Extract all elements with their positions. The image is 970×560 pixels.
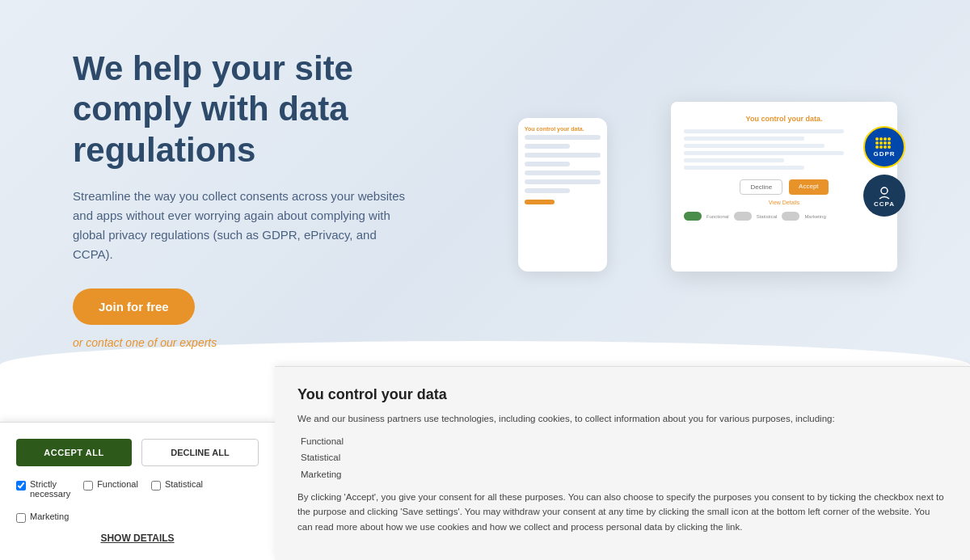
toggle-off-1	[734, 212, 752, 221]
phone-bar-5	[525, 171, 601, 175]
toggle-label-2: Statistical	[757, 214, 778, 219]
purpose-functional: Functional	[301, 433, 947, 450]
statistical-label: Statistical	[165, 479, 203, 489]
ccpa-label: CCPA	[874, 200, 895, 208]
mock-browser-title: You control your data.	[684, 115, 884, 123]
accept-all-button[interactable]: ACCEPT ALL	[16, 439, 132, 466]
marketing-checkbox[interactable]	[16, 513, 26, 523]
gdpr-label: GDPR	[873, 150, 895, 158]
consent-buttons: ACCEPT ALL DECLINE ALL	[16, 439, 259, 466]
phone-bar-orange	[525, 200, 555, 204]
browser-bar-6	[684, 166, 804, 170]
consent-overlay: ACCEPT ALL DECLINE ALL Strictlynecessary…	[0, 366, 970, 560]
strictly-necessary-label: Strictlynecessary	[30, 479, 70, 499]
toggle-label-3: Marketing	[804, 214, 825, 219]
consent-functional[interactable]: Functional	[83, 479, 138, 499]
consent-checkboxes: Strictlynecessary Functional Statistical…	[16, 479, 259, 523]
toggle-label-1: Functional	[706, 214, 729, 219]
consent-marketing[interactable]: Marketing	[16, 512, 69, 523]
toggle-off-2	[782, 212, 799, 221]
phone-bar-2	[525, 144, 570, 149]
mock-phone: You control your data.	[518, 118, 607, 272]
hero-subtitle: Streamline the way you collect consents …	[73, 187, 412, 264]
browser-bar-5	[684, 158, 784, 162]
ccpa-badge: CCPA	[863, 175, 905, 217]
marketing-label: Marketing	[30, 512, 69, 521]
contact-experts-link[interactable]: or contact one of our experts	[73, 336, 477, 349]
browser-bar-4	[684, 151, 844, 155]
decline-all-button[interactable]: DECLINE ALL	[141, 439, 259, 466]
show-details-link[interactable]: SHOW DETAILS	[16, 533, 259, 544]
functional-label: Functional	[97, 479, 138, 489]
toggle-on	[684, 212, 702, 221]
hero-section: We help your site comply with data regul…	[0, 0, 970, 381]
consent-left-panel: ACCEPT ALL DECLINE ALL Strictlynecessary…	[0, 422, 275, 560]
phone-bar-6	[525, 179, 601, 184]
gdpr-badge: GDPR	[863, 126, 905, 168]
consent-strictly-necessary[interactable]: Strictlynecessary	[16, 479, 70, 499]
consent-right-body: By clicking 'Accept', you give your cons…	[297, 490, 947, 534]
join-free-button[interactable]: Join for free	[73, 288, 195, 325]
svg-point-0	[881, 187, 888, 194]
browser-bar-1	[684, 129, 844, 133]
mock-browser-detail: View Details	[684, 200, 884, 205]
phone-bar-1	[525, 135, 601, 140]
functional-checkbox[interactable]	[83, 481, 93, 491]
consent-statistical[interactable]: Statistical	[151, 479, 203, 499]
browser-bar-2	[684, 137, 804, 141]
mock-browser-buttons: Decline Accept	[684, 179, 884, 195]
hero-text: We help your site comply with data regul…	[73, 48, 477, 349]
phone-bar-3	[525, 153, 601, 158]
phone-bar-4	[525, 162, 570, 166]
consent-purposes-list: Functional Statistical Marketing	[301, 433, 947, 483]
mock-phone-title: You control your data.	[525, 126, 601, 132]
hero-visual: You control your data. You control your …	[518, 102, 897, 296]
mock-accept-btn: Accept	[789, 179, 828, 195]
hero-title: We help your site comply with data regul…	[73, 48, 477, 171]
statistical-checkbox[interactable]	[151, 481, 161, 491]
strictly-necessary-checkbox[interactable]	[16, 481, 26, 491]
purpose-statistical: Statistical	[301, 449, 947, 466]
phone-bar-7	[525, 188, 570, 193]
badge-icons: GDPR CCPA	[863, 126, 905, 217]
consent-right-intro: We and our business partners use technol…	[297, 411, 947, 426]
mock-toggles: Functional Statistical Marketing	[684, 212, 884, 221]
consent-right-title: You control your data	[297, 386, 947, 403]
purpose-marketing: Marketing	[301, 466, 947, 483]
mock-decline-btn: Decline	[740, 179, 782, 195]
consent-right-panel: You control your data We and our busines…	[275, 366, 970, 560]
browser-bar-3	[684, 144, 824, 148]
ccpa-icon	[876, 184, 892, 200]
